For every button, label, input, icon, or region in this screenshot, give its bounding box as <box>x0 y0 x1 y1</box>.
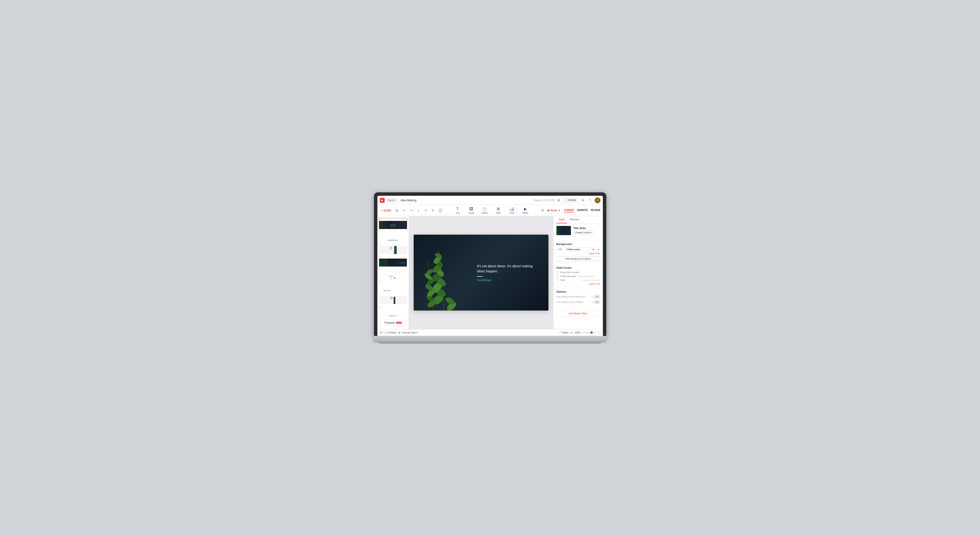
help-icon[interactable]: ? <box>587 197 593 203</box>
layout-thumbnail <box>557 226 571 235</box>
table-icon: ⊞ <box>496 207 500 211</box>
expand-icon[interactable]: ▸ <box>557 249 557 251</box>
tab-slide[interactable]: Slide <box>557 216 567 223</box>
user-avatar[interactable]: U <box>595 197 600 203</box>
slide-thumb-3[interactable]: 3 Gallery Show Apart <box>379 243 407 254</box>
text-icon: T <box>457 207 459 211</box>
slide-canvas[interactable]: It's not about ideas. It's about making … <box>414 235 549 310</box>
slide-thumb-8[interactable]: 8 Making Ideas Happen Practical advice o… <box>379 306 407 317</box>
laptop-bottom <box>379 341 601 344</box>
cut-icon[interactable]: ✂ <box>423 207 429 214</box>
slide-thumb-6[interactable]: 6 Making Ideas Happen Lorem ipsum dolor … <box>379 281 407 292</box>
grid-view-icon: ⊞ <box>398 331 400 334</box>
insert-table[interactable]: ⊞ Table <box>494 207 503 214</box>
insert-image[interactable]: 🖼 Image <box>467 207 476 214</box>
main-content: 1 It's not about ideas.It's about making… <box>377 216 603 329</box>
new-badge: NEW <box>396 322 402 324</box>
date-label: Date <box>560 279 565 281</box>
insert-media[interactable]: ▶ Media <box>521 207 530 214</box>
footer-message-checkbox[interactable] <box>557 275 559 278</box>
quote-text: It's not about ideas. It's about making … <box>477 264 541 274</box>
fullscreen-icon[interactable]: ⛶ <box>598 331 600 334</box>
hide-bg-button[interactable]: Hide Background Graphics <box>557 256 600 261</box>
top-bar: ▶ FILE ▾ Idea Making Saved at 12:25 PM ⚙… <box>377 196 603 205</box>
insert-shape[interactable]: ⬡ Shape <box>480 207 489 214</box>
slides-panel: 1 It's not about ideas.It's about making… <box>377 216 409 329</box>
canvas-area: It's not about ideas. It's about making … <box>409 216 553 329</box>
apply-to-all-footer[interactable]: Apply To All <box>557 283 600 285</box>
tab-animate[interactable]: ANIMATE <box>577 208 588 212</box>
app-logo: ▶ <box>380 198 385 203</box>
slide-layout-icon[interactable]: ⊟ <box>394 207 400 214</box>
slide-thumb-5[interactable]: 5 Idea Makers <box>379 268 407 279</box>
tab-themes[interactable]: Themes <box>567 216 582 223</box>
hide-slide-no-button[interactable]: No <box>594 295 600 298</box>
bottom-bar: 💬 1 / 8 Slides ⊞ Normal View ▾ 📄 Notes <box>377 329 603 336</box>
toolbar-center: T Text 🖼 Image ⬡ Shape ⊞ <box>444 207 539 214</box>
tab-review[interactable]: REVIEW <box>591 208 600 212</box>
tab-format[interactable]: FORMAT <box>564 208 574 212</box>
format-tabs: FORMAT ANIMATE REVIEW <box>564 208 600 212</box>
date-value: September 20, 2018 <box>582 279 600 281</box>
insert-chart[interactable]: 📊 Chart <box>508 207 516 214</box>
chart-icon: 📊 <box>509 207 514 211</box>
laptop-base <box>374 336 606 341</box>
normal-view-button[interactable]: Normal View ▾ <box>402 331 418 334</box>
shape-label: Shape <box>482 212 488 214</box>
slide-thumb-2[interactable]: 2 Making Ideas Happen Scott Belsky <box>379 230 407 242</box>
lock-slide-no-button[interactable]: No <box>594 300 600 304</box>
settings-icon[interactable]: ⚙ <box>556 197 562 203</box>
lock-slide-row: Lock Slide(s) (From Editing) ⓘ No <box>557 300 600 304</box>
play-button[interactable]: ▶ PLAY ▾ <box>548 209 560 212</box>
comment-icon[interactable]: 💬 <box>380 331 383 334</box>
slide-counter: 1 / 8 Slides <box>385 331 396 334</box>
footer-message-input[interactable]: Update Appearance <box>578 275 600 278</box>
templates-button[interactable]: Templates NEW <box>380 320 406 326</box>
zoom-slider[interactable] <box>582 332 596 333</box>
options-section: Options Hide Slide (During Slideshow) ⓘ … <box>554 287 603 308</box>
paste-icon[interactable]: 📋 <box>437 207 444 214</box>
text-label: Text <box>455 212 460 214</box>
file-menu-button[interactable]: FILE ▾ <box>386 198 397 203</box>
slide-thumb-1[interactable]: 1 It's not about ideas.It's about making… <box>379 218 407 229</box>
mail-icon[interactable]: ✉ <box>580 197 586 203</box>
edit-master-button[interactable]: Edit Master Slide <box>557 311 600 317</box>
change-layout-button[interactable]: Change Layout ▾ <box>573 230 593 235</box>
apply-to-all-bg[interactable]: Apply To All <box>557 252 600 255</box>
show-slide-number-checkbox[interactable] <box>557 271 559 274</box>
laptop-bezel: ▶ FILE ▾ Idea Making Saved at 12:25 PM ⚙… <box>374 192 606 336</box>
saved-status: Saved at 12:25 PM <box>534 199 554 201</box>
fill-row: ▸ Fill Follow Layout ▾ ◈ <box>557 247 600 251</box>
add-slide-button[interactable]: + SLIDE <box>380 208 393 213</box>
copy-icon[interactable]: ⎘ <box>430 207 436 214</box>
fill-dropdown[interactable]: Follow Layout ▾ <box>566 247 595 251</box>
panel-tabs: Slide Themes <box>554 216 603 224</box>
notes-button[interactable]: 📄 Notes <box>558 331 568 334</box>
layout-section: Title Slide Change Layout ▾ <box>554 224 603 240</box>
slide-thumb-4[interactable]: 4 It's not about ideas. <box>379 256 407 267</box>
fill-label: Fill <box>559 248 564 251</box>
separator-icon: | <box>415 207 422 214</box>
fill-color-icon[interactable]: ◈ <box>597 248 600 251</box>
bottom-left: 💬 1 / 8 Slides ⊞ Normal View ▾ <box>380 331 418 334</box>
laptop-screen: ▶ FILE ▾ Idea Making Saved at 12:25 PM ⚙… <box>377 196 603 336</box>
date-checkbox[interactable] <box>557 279 559 281</box>
footer-message-row: Footer Message Update Appearance <box>557 275 600 278</box>
top-actions: ⚙ ⇪ SHARE ✉ ? U <box>556 197 600 203</box>
layout-preview: Title Slide Change Layout ▾ <box>557 226 600 235</box>
zoom-level: 100% <box>574 331 581 334</box>
fit-page-icon[interactable]: ⊡ <box>570 331 573 334</box>
layout-info: Title Slide Change Layout ▾ <box>573 227 600 235</box>
app-container: ▶ FILE ▾ Idea Making Saved at 12:25 PM ⚙… <box>377 196 603 336</box>
date-row: Date September 20, 2018 <box>557 279 600 281</box>
share-button[interactable]: ⇪ SHARE <box>563 198 578 203</box>
insert-text[interactable]: T Text <box>453 207 462 214</box>
zoom-thumb[interactable] <box>590 331 593 334</box>
play-triangle-icon: ▶ <box>548 209 550 212</box>
slide-thumb-7[interactable]: 7 Idea Makers Content here <box>379 293 407 304</box>
plant-decoration <box>414 235 474 310</box>
settings-wheel-icon[interactable]: ⚙ <box>539 207 546 214</box>
toolbar-right: ⚙ ▶ PLAY ▾ FORMAT ANIMATE REVIEW <box>539 207 600 214</box>
undo-icon[interactable]: ↩ <box>401 207 407 214</box>
redo-icon[interactable]: ↪ <box>408 207 414 214</box>
